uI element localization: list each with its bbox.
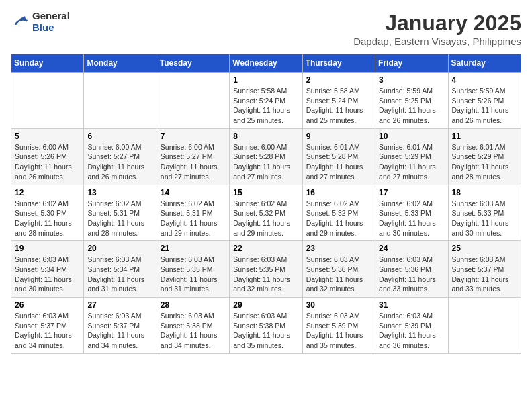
- month-title: January 2025: [353, 11, 521, 36]
- sunset-text: Sunset: 5:29 PM: [452, 152, 517, 162]
- day-number: 21: [161, 244, 226, 253]
- daylight-text: Daylight: 11 hours and 35 minutes.: [233, 330, 298, 350]
- calendar-cell: 13Sunrise: 6:02 AMSunset: 5:31 PMDayligh…: [84, 185, 157, 241]
- calendar-header-row: SundayMondayTuesdayWednesdayThursdayFrid…: [11, 54, 521, 73]
- day-info: Sunrise: 6:03 AMSunset: 5:37 PMDaylight:…: [452, 255, 517, 294]
- calendar-cell: [448, 298, 521, 354]
- sunset-text: Sunset: 5:28 PM: [233, 152, 298, 162]
- day-info: Sunrise: 5:59 AMSunset: 5:26 PMDaylight:…: [452, 86, 517, 126]
- calendar-cell: 30Sunrise: 6:03 AMSunset: 5:39 PMDayligh…: [302, 298, 375, 354]
- logo-general: General: [32, 11, 70, 22]
- sunset-text: Sunset: 5:24 PM: [233, 96, 298, 106]
- daylight-text: Daylight: 11 hours and 26 minutes.: [452, 105, 517, 125]
- sunrise-text: Sunrise: 6:03 AM: [306, 255, 371, 265]
- sunrise-text: Sunrise: 6:01 AM: [452, 142, 517, 152]
- sunset-text: Sunset: 5:34 PM: [15, 265, 80, 275]
- day-number: 8: [233, 132, 298, 141]
- sunrise-text: Sunrise: 6:02 AM: [87, 199, 152, 209]
- daylight-text: Daylight: 11 hours and 36 minutes.: [379, 330, 444, 350]
- sunset-text: Sunset: 5:32 PM: [233, 208, 298, 218]
- calendar-cell: 14Sunrise: 6:02 AMSunset: 5:31 PMDayligh…: [157, 185, 229, 241]
- day-number: 10: [379, 132, 444, 141]
- sunset-text: Sunset: 5:36 PM: [306, 265, 371, 275]
- sunset-text: Sunset: 5:26 PM: [452, 96, 517, 106]
- calendar-cell: 20Sunrise: 6:03 AMSunset: 5:34 PMDayligh…: [84, 241, 157, 298]
- day-number: 1: [233, 75, 298, 85]
- daylight-text: Daylight: 11 hours and 28 minutes.: [452, 162, 517, 181]
- calendar-cell: 28Sunrise: 6:03 AMSunset: 5:38 PMDayligh…: [157, 298, 229, 354]
- sunrise-text: Sunrise: 6:00 AM: [233, 142, 298, 152]
- day-number: 26: [15, 300, 80, 310]
- sunrise-text: Sunrise: 6:02 AM: [233, 199, 298, 209]
- sunset-text: Sunset: 5:25 PM: [379, 96, 444, 106]
- calendar-cell: [157, 73, 229, 129]
- sunrise-text: Sunrise: 6:02 AM: [379, 199, 444, 209]
- day-info: Sunrise: 6:02 AMSunset: 5:31 PMDaylight:…: [87, 199, 152, 238]
- sunrise-text: Sunrise: 6:02 AM: [161, 199, 226, 209]
- sunset-text: Sunset: 5:37 PM: [87, 321, 152, 331]
- sunset-text: Sunset: 5:38 PM: [233, 321, 298, 331]
- sunset-text: Sunset: 5:34 PM: [87, 265, 152, 275]
- daylight-text: Daylight: 11 hours and 29 minutes.: [306, 218, 371, 238]
- calendar-week-row: 26Sunrise: 6:03 AMSunset: 5:37 PMDayligh…: [11, 298, 521, 354]
- day-number: 14: [161, 188, 226, 197]
- daylight-text: Daylight: 11 hours and 27 minutes.: [306, 162, 371, 181]
- calendar-cell: 21Sunrise: 6:03 AMSunset: 5:35 PMDayligh…: [157, 241, 229, 298]
- day-info: Sunrise: 6:02 AMSunset: 5:32 PMDaylight:…: [306, 199, 371, 238]
- calendar-cell: 25Sunrise: 6:03 AMSunset: 5:37 PMDayligh…: [448, 241, 521, 298]
- sunrise-text: Sunrise: 6:03 AM: [161, 311, 226, 321]
- calendar-cell: 23Sunrise: 6:03 AMSunset: 5:36 PMDayligh…: [302, 241, 375, 298]
- sunset-text: Sunset: 5:37 PM: [15, 321, 80, 331]
- sunset-text: Sunset: 5:28 PM: [306, 152, 371, 162]
- day-info: Sunrise: 6:02 AMSunset: 5:30 PMDaylight:…: [15, 199, 80, 238]
- day-number: 19: [15, 244, 80, 253]
- sunrise-text: Sunrise: 6:03 AM: [15, 255, 80, 265]
- day-number: 31: [379, 300, 444, 310]
- day-number: 9: [306, 132, 371, 141]
- sunset-text: Sunset: 5:35 PM: [233, 265, 298, 275]
- day-number: 24: [379, 244, 444, 253]
- day-number: 15: [233, 188, 298, 197]
- calendar-cell: 12Sunrise: 6:02 AMSunset: 5:30 PMDayligh…: [11, 185, 84, 241]
- daylight-text: Daylight: 11 hours and 30 minutes.: [379, 218, 444, 238]
- daylight-text: Daylight: 11 hours and 29 minutes.: [161, 218, 226, 238]
- sunset-text: Sunset: 5:39 PM: [306, 321, 371, 331]
- weekday-header: Monday: [84, 54, 157, 73]
- sunset-text: Sunset: 5:36 PM: [379, 265, 444, 275]
- daylight-text: Daylight: 11 hours and 26 minutes.: [87, 162, 152, 181]
- daylight-text: Daylight: 11 hours and 27 minutes.: [161, 162, 226, 181]
- sunrise-text: Sunrise: 6:03 AM: [306, 311, 371, 321]
- calendar-cell: 10Sunrise: 6:01 AMSunset: 5:29 PMDayligh…: [375, 128, 448, 185]
- sunrise-text: Sunrise: 6:03 AM: [452, 199, 517, 209]
- daylight-text: Daylight: 11 hours and 34 minutes.: [161, 330, 226, 350]
- day-info: Sunrise: 5:59 AMSunset: 5:25 PMDaylight:…: [379, 86, 444, 126]
- daylight-text: Daylight: 11 hours and 29 minutes.: [233, 218, 298, 238]
- sunrise-text: Sunrise: 6:03 AM: [161, 255, 226, 265]
- sunrise-text: Sunrise: 6:03 AM: [15, 311, 80, 321]
- daylight-text: Daylight: 11 hours and 28 minutes.: [15, 218, 80, 238]
- sunrise-text: Sunrise: 6:02 AM: [306, 199, 371, 209]
- day-number: 30: [306, 300, 371, 310]
- day-number: 3: [379, 75, 444, 85]
- day-info: Sunrise: 5:58 AMSunset: 5:24 PMDaylight:…: [306, 86, 371, 126]
- sunrise-text: Sunrise: 6:03 AM: [87, 255, 152, 265]
- logo: General Blue: [11, 11, 70, 33]
- day-info: Sunrise: 6:03 AMSunset: 5:38 PMDaylight:…: [161, 311, 226, 351]
- day-number: 17: [379, 188, 444, 197]
- daylight-text: Daylight: 11 hours and 26 minutes.: [379, 105, 444, 125]
- sunset-text: Sunset: 5:39 PM: [379, 321, 444, 331]
- day-number: 11: [452, 132, 517, 141]
- sunset-text: Sunset: 5:33 PM: [452, 208, 517, 218]
- weekday-header: Tuesday: [157, 54, 229, 73]
- sunrise-text: Sunrise: 6:03 AM: [452, 255, 517, 265]
- sunrise-text: Sunrise: 6:01 AM: [306, 142, 371, 152]
- logo-text: General Blue: [32, 11, 70, 33]
- day-info: Sunrise: 6:02 AMSunset: 5:33 PMDaylight:…: [379, 199, 444, 238]
- day-number: 2: [306, 75, 371, 85]
- sunset-text: Sunset: 5:31 PM: [161, 208, 226, 218]
- sunset-text: Sunset: 5:29 PM: [379, 152, 444, 162]
- day-number: 4: [452, 75, 517, 85]
- weekday-header: Sunday: [11, 54, 84, 73]
- calendar-cell: 15Sunrise: 6:02 AMSunset: 5:32 PMDayligh…: [230, 185, 302, 241]
- sunrise-text: Sunrise: 6:02 AM: [15, 199, 80, 209]
